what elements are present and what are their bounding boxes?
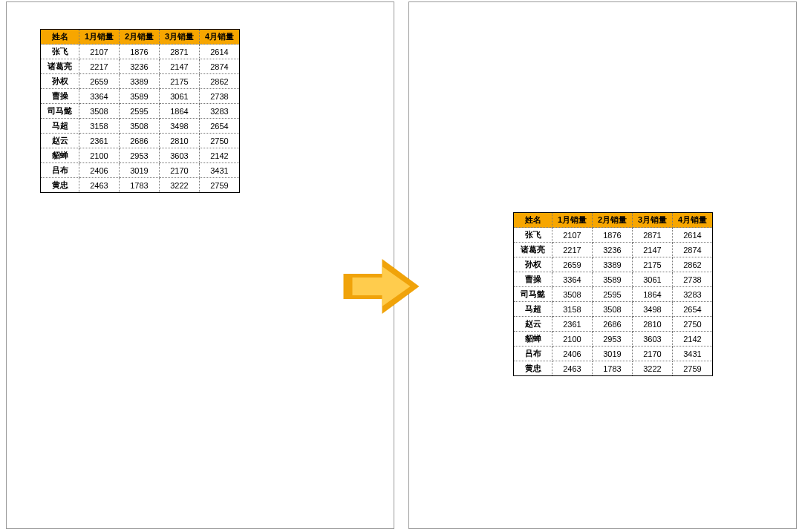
cell-value: 3589: [593, 272, 633, 287]
cell-value: 2142: [673, 332, 713, 347]
cell-value: 3431: [673, 347, 713, 361]
cell-value: 2107: [552, 228, 593, 243]
cell-value: 2217: [552, 243, 593, 257]
cell-value: 2874: [200, 59, 240, 74]
cell-name: 曹操: [41, 89, 79, 104]
cell-value: 2810: [633, 317, 673, 332]
cell-value: 2595: [593, 287, 633, 302]
cell-value: 2406: [552, 347, 593, 361]
cell-value: 3019: [593, 347, 633, 361]
cell-value: 2862: [200, 74, 240, 89]
cell-value: 1783: [120, 178, 160, 193]
cell-value: 2810: [160, 134, 200, 148]
sales-table-after: 姓名 1月销量 2月销量 3月销量 4月销量 张飞210718762871261…: [513, 212, 713, 376]
cell-value: 3498: [633, 302, 673, 317]
cell-name: 司马懿: [41, 104, 79, 119]
cell-value: 2463: [552, 361, 593, 376]
cell-name: 张飞: [41, 45, 79, 59]
table-row: 诸葛亮2217323621472874: [514, 243, 713, 257]
cell-value: 1876: [593, 228, 633, 243]
cell-value: 2659: [79, 74, 120, 89]
th-month-2: 2月销量: [593, 213, 633, 228]
cell-value: 2953: [593, 332, 633, 347]
table-row: 司马懿3508259518643283: [514, 287, 713, 302]
cell-value: 3508: [120, 119, 160, 134]
cell-value: 2361: [79, 134, 120, 148]
cell-value: 3508: [552, 287, 593, 302]
cell-value: 2750: [673, 317, 713, 332]
cell-value: 2147: [160, 59, 200, 74]
cell-name: 貂蝉: [514, 332, 552, 347]
cell-value: 1864: [160, 104, 200, 119]
cell-value: 3508: [79, 104, 120, 119]
cell-value: 3236: [120, 59, 160, 74]
cell-value: 1783: [593, 361, 633, 376]
cell-value: 2107: [79, 45, 120, 59]
cell-value: 3431: [200, 163, 240, 178]
cell-value: 2406: [79, 163, 120, 178]
cell-value: 3364: [79, 89, 120, 104]
cell-value: 3389: [120, 74, 160, 89]
th-month-4: 4月销量: [200, 30, 240, 45]
cell-name: 赵云: [41, 134, 79, 148]
cell-value: 2361: [552, 317, 593, 332]
th-month-4: 4月销量: [673, 213, 713, 228]
cell-value: 3364: [552, 272, 593, 287]
cell-value: 2953: [120, 148, 160, 163]
th-month-1: 1月销量: [552, 213, 593, 228]
table-row: 马超3158350834982654: [514, 302, 713, 317]
cell-value: 3061: [160, 89, 200, 104]
cell-value: 2595: [120, 104, 160, 119]
cell-value: 3498: [160, 119, 200, 134]
cell-name: 诸葛亮: [41, 59, 79, 74]
cell-name: 吕布: [514, 347, 552, 361]
cell-value: 2759: [673, 361, 713, 376]
table-row: 曹操3364358930612738: [514, 272, 713, 287]
cell-name: 黄忠: [41, 178, 79, 193]
table-row: 赵云2361268628102750: [41, 134, 240, 148]
cell-value: 2170: [633, 347, 673, 361]
table-row: 吕布2406301921703431: [514, 347, 713, 361]
cell-value: 2614: [200, 45, 240, 59]
cell-value: 2738: [200, 89, 240, 104]
cell-value: 2686: [120, 134, 160, 148]
table-row: 诸葛亮2217323621472874: [41, 59, 240, 74]
cell-value: 2142: [200, 148, 240, 163]
cell-value: 2654: [200, 119, 240, 134]
table-row: 张飞2107187628712614: [514, 228, 713, 243]
cell-name: 诸葛亮: [514, 243, 552, 257]
cell-value: 3158: [552, 302, 593, 317]
cell-value: 3508: [593, 302, 633, 317]
cell-value: 3589: [120, 89, 160, 104]
th-month-3: 3月销量: [160, 30, 200, 45]
cell-value: 2759: [200, 178, 240, 193]
cell-value: 2463: [79, 178, 120, 193]
cell-value: 2686: [593, 317, 633, 332]
cell-value: 3222: [160, 178, 200, 193]
cell-value: 3061: [633, 272, 673, 287]
cell-value: 2100: [552, 332, 593, 347]
cell-name: 貂蝉: [41, 148, 79, 163]
cell-value: 2862: [673, 257, 713, 272]
sales-table-before: 姓名 1月销量 2月销量 3月销量 4月销量 张飞210718762871261…: [40, 29, 240, 193]
cell-value: 3389: [593, 257, 633, 272]
cell-name: 孙权: [514, 257, 552, 272]
cell-name: 司马懿: [514, 287, 552, 302]
cell-value: 3283: [673, 287, 713, 302]
cell-value: 2217: [79, 59, 120, 74]
cell-value: 2738: [673, 272, 713, 287]
table-row: 曹操3364358930612738: [41, 89, 240, 104]
cell-value: 3158: [79, 119, 120, 134]
table-row: 孙权2659338921752862: [514, 257, 713, 272]
cell-name: 黄忠: [514, 361, 552, 376]
cell-value: 2654: [673, 302, 713, 317]
cell-value: 2871: [633, 228, 673, 243]
cell-name: 张飞: [514, 228, 552, 243]
table-row: 黄忠2463178332222759: [514, 361, 713, 376]
cell-value: 3222: [633, 361, 673, 376]
cell-name: 孙权: [41, 74, 79, 89]
table-row: 赵云2361268628102750: [514, 317, 713, 332]
cell-name: 曹操: [514, 272, 552, 287]
table-row: 孙权2659338921752862: [41, 74, 240, 89]
cell-name: 吕布: [41, 163, 79, 178]
